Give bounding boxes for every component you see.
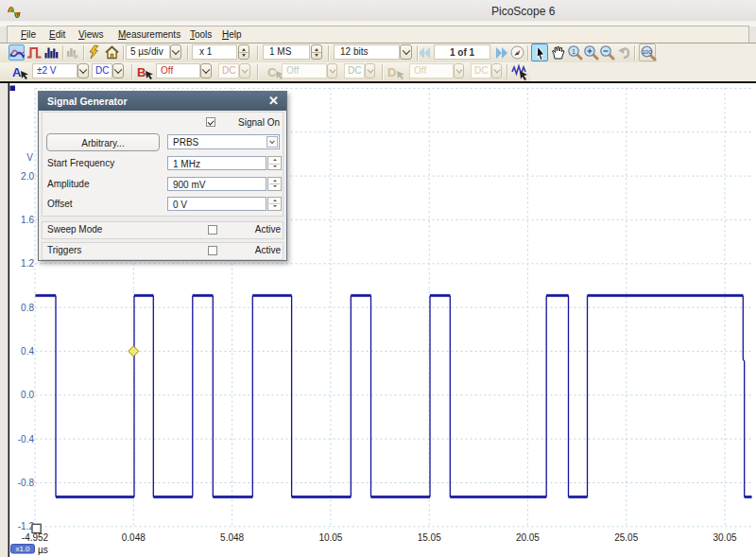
svg-text:0.4: 0.4 <box>21 346 34 357</box>
svg-text:0.048: 0.048 <box>122 532 146 543</box>
svg-text:0.0: 0.0 <box>21 390 34 400</box>
svg-text:µs: µs <box>38 545 48 555</box>
svg-text:-0.8: -0.8 <box>18 478 35 488</box>
svg-text:2.0: 2.0 <box>21 171 34 182</box>
svg-text:0.8: 0.8 <box>21 303 34 313</box>
svg-text:1.2: 1.2 <box>21 258 34 269</box>
svg-text:5.048: 5.048 <box>220 532 244 543</box>
svg-text:V: V <box>26 152 33 163</box>
svg-text:1.6: 1.6 <box>21 215 34 225</box>
svg-text:20.05: 20.05 <box>516 532 540 543</box>
svg-text:100: 100 <box>642 49 652 55</box>
svg-text:10.05: 10.05 <box>318 532 342 543</box>
svg-text:1: 1 <box>572 48 576 55</box>
svg-text:25.05: 25.05 <box>614 532 638 543</box>
svg-text:x1.0: x1.0 <box>15 545 30 553</box>
svg-text:-4.952: -4.952 <box>22 532 49 543</box>
svg-text:30.05: 30.05 <box>713 532 736 543</box>
svg-text:15.05: 15.05 <box>418 532 441 543</box>
svg-text:-0.4: -0.4 <box>18 434 35 444</box>
